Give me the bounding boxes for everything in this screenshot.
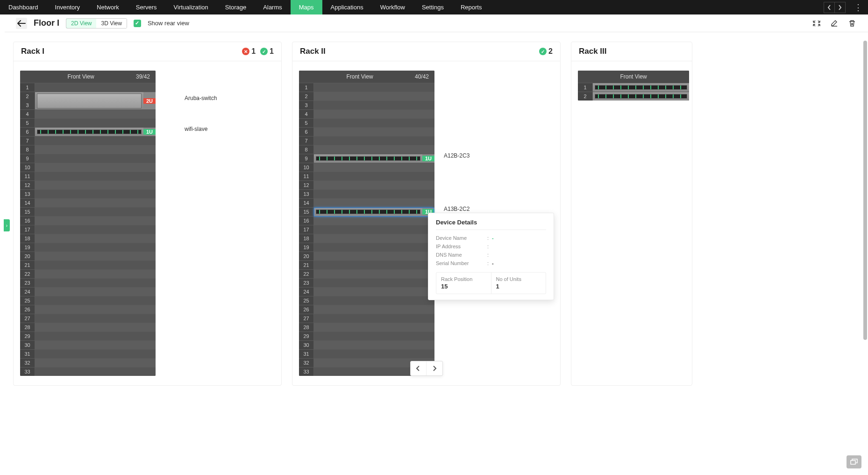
delete-icon[interactable] [847, 19, 857, 28]
rack-row[interactable]: 30 [20, 340, 156, 349]
nav-reports[interactable]: Reports [452, 0, 491, 14]
rack-row[interactable]: 17 [299, 225, 434, 234]
rack-row[interactable]: 232U [20, 92, 156, 109]
rack-alarm-badge[interactable]: ✕1 [242, 47, 256, 56]
rack-row[interactable]: 2 [578, 92, 689, 101]
rack-row[interactable]: 22 [20, 269, 156, 278]
rack-device[interactable]: 1U [314, 208, 434, 216]
rack-row[interactable]: 1 [299, 83, 434, 92]
rack-row[interactable]: 32 [20, 358, 156, 367]
nav-more-icon[interactable]: ⋮ [854, 3, 862, 12]
rack-row[interactable]: 18 [299, 234, 434, 243]
side-expand-button[interactable]: › [4, 219, 10, 231]
rack-row[interactable]: 23 [299, 278, 434, 287]
rack-device[interactable]: 2U [35, 92, 156, 109]
view-3d-button[interactable]: 3D View [96, 19, 126, 28]
rack-row[interactable]: 6 [299, 127, 434, 136]
rack-device[interactable] [593, 83, 689, 92]
nav-inventory[interactable]: Inventory [47, 0, 88, 14]
nav-applications[interactable]: Applications [322, 0, 372, 14]
rack-row[interactable]: 14 [299, 198, 434, 207]
rack-row[interactable]: 4 [20, 109, 156, 118]
rack-row[interactable]: 91U [299, 154, 434, 163]
rack-row[interactable]: 24 [299, 287, 434, 296]
nav-workflow[interactable]: Workflow [372, 0, 413, 14]
rack-row[interactable]: 26 [299, 305, 434, 314]
rack-row[interactable]: 11 [299, 172, 434, 180]
rack-device[interactable]: 1U [314, 154, 434, 163]
rack-row[interactable]: 21 [20, 260, 156, 269]
rack-row[interactable]: 19 [20, 243, 156, 252]
nav-virtualization[interactable]: Virtualization [165, 0, 217, 14]
rack-row[interactable]: 8 [20, 145, 156, 154]
rack-device[interactable]: 1U [35, 128, 156, 136]
rack-row[interactable]: 7 [299, 136, 434, 145]
rack-row[interactable]: 3 [299, 101, 434, 109]
rack-row[interactable]: 26 [20, 305, 156, 314]
rack-row[interactable]: 25 [299, 296, 434, 305]
scrollbar[interactable] [863, 32, 867, 395]
rack-row[interactable]: 7 [20, 136, 156, 145]
rack-row[interactable]: 5 [20, 118, 156, 127]
rack-row[interactable]: 12 [299, 180, 434, 189]
rack-row[interactable]: 27 [20, 314, 156, 323]
view-2d-button[interactable]: 2D View [66, 18, 97, 29]
rack-row[interactable]: 13 [299, 189, 434, 198]
nav-dashboard[interactable]: Dashboard [0, 0, 47, 14]
rack-row[interactable]: 21 [299, 260, 434, 269]
rack-row[interactable]: 10 [299, 163, 434, 172]
rack-row[interactable]: 10 [20, 163, 156, 172]
pager-prev-button[interactable] [411, 361, 427, 375]
rack-row[interactable]: 30 [299, 340, 434, 349]
rack-ok-badge[interactable]: ✓1 [260, 47, 274, 56]
back-button[interactable] [16, 18, 27, 29]
collapse-icon[interactable] [812, 19, 821, 28]
rack-row[interactable]: 13 [20, 189, 156, 198]
pager-next-button[interactable] [427, 361, 442, 375]
rack-row[interactable]: 17 [20, 225, 156, 234]
rack-row[interactable]: 28 [20, 323, 156, 331]
rack-row[interactable]: 16 [20, 216, 156, 225]
nav-settings[interactable]: Settings [413, 0, 452, 14]
rear-view-checkbox[interactable]: ✓ [134, 20, 141, 27]
rack-row[interactable]: 61U [20, 127, 156, 136]
rack-row[interactable]: 27 [299, 314, 434, 323]
nav-maps[interactable]: Maps [291, 0, 322, 14]
rack-row[interactable]: 31 [299, 349, 434, 358]
nav-servers[interactable]: Servers [128, 0, 165, 14]
rack-row[interactable]: 5 [299, 118, 434, 127]
rack-row[interactable]: 22 [299, 269, 434, 278]
rack-ok-badge[interactable]: ✓2 [539, 47, 553, 56]
rack-row[interactable]: 20 [299, 252, 434, 260]
rack-row[interactable]: 23 [20, 278, 156, 287]
rack-row[interactable]: 9 [20, 154, 156, 163]
edit-icon[interactable] [830, 19, 839, 28]
rack-row[interactable]: 8 [299, 145, 434, 154]
rack-row[interactable]: 15 [20, 207, 156, 216]
rack-row[interactable]: 20 [20, 252, 156, 260]
rack-row[interactable]: 29 [20, 331, 156, 340]
nav-storage[interactable]: Storage [217, 0, 255, 14]
rack-row[interactable]: 29 [299, 331, 434, 340]
nav-next-button[interactable] [834, 2, 846, 13]
rack-row[interactable]: 151U [299, 207, 434, 216]
rack-row[interactable]: 11 [20, 172, 156, 180]
nav-prev-button[interactable] [824, 2, 835, 13]
rack-row[interactable]: 33 [20, 367, 156, 376]
rack-row[interactable]: 19 [299, 243, 434, 252]
rack-row[interactable]: 28 [299, 323, 434, 331]
rack-row[interactable]: 24 [20, 287, 156, 296]
rack-row[interactable]: 14 [20, 198, 156, 207]
rack-row[interactable]: 4 [299, 109, 434, 118]
rack-row[interactable]: 2 [299, 92, 434, 101]
rack-row[interactable]: 1 [20, 83, 156, 92]
rack-row[interactable]: 12 [20, 180, 156, 189]
rack-row[interactable]: 18 [20, 234, 156, 243]
rack-row[interactable]: 31 [20, 349, 156, 358]
rack-row[interactable]: 25 [20, 296, 156, 305]
rack-row[interactable]: 16 [299, 216, 434, 225]
nav-network[interactable]: Network [88, 0, 128, 14]
rack-row[interactable]: 1 [578, 83, 689, 92]
nav-alarms[interactable]: Alarms [255, 0, 290, 14]
rack-device[interactable] [593, 92, 689, 101]
